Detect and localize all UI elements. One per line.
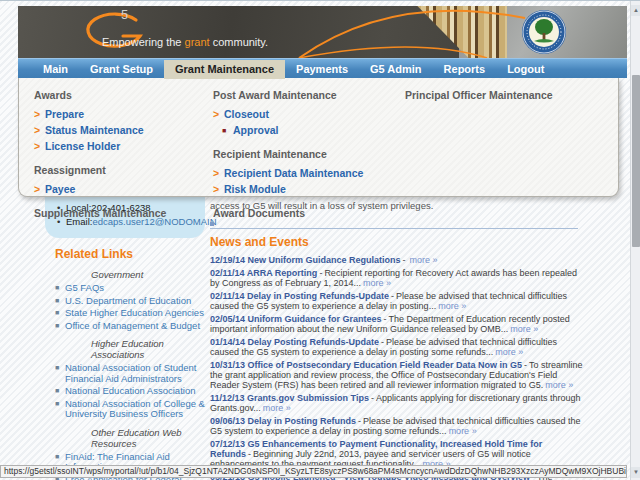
menu-column-3: Principal Officer Maintenance <box>405 89 553 108</box>
chevron-right-icon: > <box>34 124 45 137</box>
more-link[interactable]: more » <box>410 255 438 265</box>
nav-item-reports[interactable]: Reports <box>433 60 497 79</box>
nav-item-g5-admin[interactable]: G5 Admin <box>359 60 433 79</box>
news-item-title[interactable]: 01/14/14 Delay Posting Refunds-Update <box>210 337 379 347</box>
scroll-down-icon[interactable]: ▼ <box>631 467 640 478</box>
more-link[interactable]: more » <box>438 301 466 311</box>
menu-group-reassignment: Reassignment <box>34 164 166 176</box>
chevron-right-icon: > <box>34 108 45 121</box>
news-and-events-title: News and Events <box>210 235 584 249</box>
status-bar-url: https://g5etstl/ssoINT/wps/myportal/!ut/… <box>4 466 627 476</box>
bullet-icon: ■ <box>55 296 65 307</box>
menu-item-risk-module[interactable]: >Risk Module <box>213 183 363 196</box>
more-link[interactable]: more » <box>363 278 391 288</box>
news-item: 12/19/14 New Uniform Guidance Regulation… <box>210 255 584 265</box>
news-item-title[interactable]: 02/11/14 ARRA Reporting <box>210 268 317 278</box>
menu-item-payee[interactable]: >Payee <box>34 183 166 196</box>
sidebar-link-nasfaa[interactable]: ■National Association of Student Financi… <box>55 363 207 384</box>
main-nav: MainGrant SetupGrant MaintenancePayments… <box>18 58 627 78</box>
news-item-title[interactable]: 10/31/13 Office of Postsecondary Educati… <box>210 360 522 370</box>
group-title-higher-ed-associations: Higher Education Associations <box>91 338 207 360</box>
menu-group-post-award-maintenance: Post Award Maintenance <box>213 89 363 101</box>
department-of-education-seal-icon <box>521 9 567 55</box>
bullet-icon: ■ <box>55 399 65 420</box>
news-item: 02/05/14 Uniform Guidance for Grantees-T… <box>210 314 584 334</box>
tagline-grant-highlight: grant <box>185 36 210 48</box>
chevron-right-icon: > <box>34 183 45 196</box>
news-item: 11/12/13 Grants.gov Submission Tips-Appl… <box>210 393 584 413</box>
status-bar: https://g5etstl/ssoINT/wps/myportal/!ut/… <box>0 465 627 478</box>
bullet-icon: ■ <box>55 321 65 332</box>
logo-five: 5 <box>121 7 128 22</box>
menu-item-approval[interactable]: ■Approval <box>213 124 363 137</box>
more-link[interactable]: more » <box>263 403 291 413</box>
grant-maintenance-menu-panel: Awards >Prepare >Status Maintenance >Lic… <box>18 78 619 197</box>
scroll-up-icon[interactable]: ▲ <box>631 5 640 16</box>
scrollbar-thumb[interactable] <box>632 75 640 247</box>
square-bullet-icon: ■ <box>222 124 233 137</box>
menu-column-2: Post Award Maintenance >Closeout ■Approv… <box>213 89 363 226</box>
banner-tagline: Empowering the grant community. <box>102 36 268 48</box>
menu-item-status-maintenance[interactable]: >Status Maintenance <box>34 124 166 137</box>
sidebar-link-omb[interactable]: ■Office of Management & Budget <box>55 321 207 332</box>
news-item: 02/11/14 ARRA Reporting-Recipient report… <box>210 268 584 288</box>
menu-group-award-documents: Award Documents <box>213 207 363 219</box>
news-item-title[interactable]: 09/06/13 Delay in Posting Refunds <box>210 416 356 426</box>
news-item-title[interactable]: 02/11/14 Delay in Posting Refunds-Update <box>210 291 389 301</box>
more-link[interactable]: more » <box>545 380 573 390</box>
nav-item-logout[interactable]: Logout <box>496 60 555 79</box>
bullet-icon: ■ <box>55 283 65 294</box>
more-link[interactable]: more » <box>449 426 477 436</box>
menu-column-1: Awards >Prepare >Status Maintenance >Lic… <box>34 89 166 226</box>
menu-item-license-holder[interactable]: >License Holder <box>34 140 166 153</box>
banner-orange-swoosh <box>297 6 527 58</box>
group-title-other-education-resources: Other Education Web Resources <box>91 427 207 449</box>
related-links-section: Related Links Government ■G5 FAQs ■U.S. … <box>55 247 207 480</box>
group-title-government: Government <box>91 269 207 280</box>
nav-item-payments[interactable]: Payments <box>285 60 359 79</box>
sidebar-link-nacubo[interactable]: ■National Association of College & Unive… <box>55 399 207 420</box>
menu-item-recipient-data-maintenance[interactable]: >Recipient Data Maintenance <box>213 167 363 180</box>
more-link[interactable]: more » <box>510 324 538 334</box>
more-link[interactable]: more » <box>495 347 523 357</box>
sidebar-link-us-dept-education[interactable]: ■U.S. Department of Education <box>55 296 207 307</box>
menu-group-principal-officer-maintenance: Principal Officer Maintenance <box>405 89 553 101</box>
sidebar-link-g5-faqs[interactable]: ■G5 FAQs <box>55 283 207 294</box>
news-item: 02/11/14 Delay in Posting Refunds-Update… <box>210 291 584 311</box>
related-links-title: Related Links <box>55 247 207 261</box>
nav-item-grant-maintenance[interactable]: Grant Maintenance <box>164 60 285 79</box>
chevron-right-icon: > <box>34 140 45 153</box>
news-and-events-section: News and Events 12/19/14 New Uniform Gui… <box>210 222 584 480</box>
bullet-icon: ■ <box>55 308 65 319</box>
divider-line <box>210 228 578 229</box>
bullet-icon: ■ <box>55 386 65 397</box>
g5-banner: 5 Empowering the grant community. <box>18 6 627 58</box>
menu-item-closeout[interactable]: >Closeout <box>213 108 363 121</box>
sidebar-link-state-higher-ed[interactable]: ■State Higher Education Agencies <box>55 308 207 319</box>
menu-group-recipient-maintenance: Recipient Maintenance <box>213 148 363 160</box>
vertical-scrollbar[interactable]: ▲ ▼ <box>630 1 640 480</box>
sidebar-link-nea[interactable]: ■National Education Association <box>55 386 207 397</box>
nav-item-grant-setup[interactable]: Grant Setup <box>79 60 164 79</box>
chevron-right-icon: > <box>213 167 224 180</box>
browser-viewport: 5 Empowering the grant community. MainGr… <box>0 0 640 480</box>
chevron-right-icon: > <box>213 108 224 121</box>
menu-item-prepare[interactable]: >Prepare <box>34 108 166 121</box>
news-item-title[interactable]: 11/12/13 Grants.gov Submission Tips <box>210 393 369 403</box>
chevron-right-icon: > <box>213 183 224 196</box>
menu-group-awards: Awards <box>34 89 166 101</box>
news-item: 10/31/13 Office of Postsecondary Educati… <box>210 360 584 390</box>
menu-group-supplements-maintenance: Supplements Maintenance <box>34 207 166 219</box>
nav-item-main[interactable]: Main <box>32 60 79 79</box>
news-item-title[interactable]: 12/19/14 New Uniform Guidance Regulation… <box>210 255 401 265</box>
news-item: 09/06/13 Delay in Posting Refunds-Please… <box>210 416 584 436</box>
news-item-title[interactable]: 02/05/14 Uniform Guidance for Grantees <box>210 314 382 324</box>
news-item: 01/14/14 Delay Posting Refunds-Update-Pl… <box>210 337 584 357</box>
bullet-icon: ■ <box>55 363 65 384</box>
